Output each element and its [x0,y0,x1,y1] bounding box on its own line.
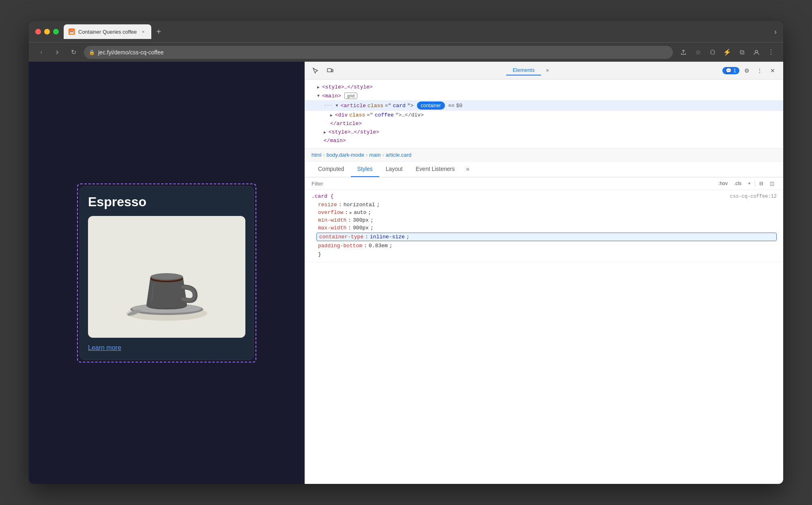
devtools-settings-button[interactable]: ⚙ [741,65,752,76]
refresh-button[interactable]: ↻ [68,47,79,58]
style-rule-card: .card { css-cq-coffee:12 resize : horizo… [305,190,783,263]
dom-line-close-article: </article> [305,119,783,128]
dom-line-style2[interactable]: ▶ <style>…</style> [305,128,783,136]
devtools-close-button[interactable]: ✕ [767,65,778,76]
breadcrumb-main[interactable]: main [369,152,380,158]
tab-more-button[interactable]: » [463,162,473,177]
tab-favicon: ☕ [69,28,75,35]
devtools-panel-tabs: Elements » [339,65,719,76]
lock-icon: 🔒 [89,50,95,55]
card-container-outline: Espresso [77,183,256,363]
card: Espresso [79,186,254,360]
style-selector: .card { [311,193,334,199]
traffic-lights [35,29,59,35]
dom-line-close-main: </main> [305,136,783,145]
style-property-padding-bottom: padding-bottom : 0.83em ; [311,242,777,250]
dom-tree: ▶ <style>…</style> ▼ <main> grid ··· ▼ <… [305,80,783,149]
container-badge: container [417,101,445,110]
panel-more-tabs[interactable]: » [543,65,552,76]
back-button[interactable] [35,47,47,58]
svg-point-0 [755,50,758,53]
expand-arrow-article[interactable]: ▼ [336,104,338,108]
main-content: Espresso [29,62,783,484]
browser-window: ☕ Container Queries coffee × + › ↻ 🔒 jec… [29,21,783,484]
profile-button[interactable] [751,47,762,58]
dom-line-style1[interactable]: ▶ <style>…</style> [305,83,783,91]
split-view-button[interactable]: ⧉ [736,47,748,58]
breadcrumb-body[interactable]: body.dark-mode [327,152,364,158]
expand-arrow-div[interactable]: ▶ [330,113,333,118]
active-tab[interactable]: ☕ Container Queries coffee × [64,24,151,39]
cls-filter-button[interactable]: .cls [732,180,744,187]
filter-separator [755,180,755,187]
tab-menu-button[interactable]: › [774,28,777,36]
style-property-max-width: max-width : 900px ; [311,224,777,232]
card-title: Espresso [88,194,245,209]
tab-close-button[interactable]: × [140,28,146,35]
new-tab-button[interactable]: + [153,26,164,37]
learn-more-link[interactable]: Learn more [88,344,121,351]
devtools-tabs-row: Computed Styles Layout Event Listeners » [305,162,783,177]
page-viewport: Espresso [29,62,305,484]
chat-icon: 💬 [726,68,732,73]
dom-line-main[interactable]: ▼ <main> grid [305,91,783,100]
overflow-expand-icon[interactable]: ▶ [350,210,352,215]
svg-rect-13 [332,69,333,72]
device-toggle-button[interactable] [324,65,336,76]
tab-event-listeners[interactable]: Event Listeners [409,162,462,177]
espresso-illustration [110,224,223,330]
title-bar: ☕ Container Queries coffee × + › [29,21,783,42]
url-text: jec.fyi/demo/css-cq-coffee [98,49,164,56]
performance-button[interactable]: ⚡ [722,47,733,58]
dom-line-article[interactable]: ··· ▼ <article class =" card "> containe… [305,100,783,111]
breadcrumb-article[interactable]: article.card [386,152,412,158]
devtools-panel: Elements » 💬 1 ⚙ ⋮ ✕ ▶ [305,62,783,484]
tab-bar: ☕ Container Queries coffee × + › [64,24,777,39]
share-button[interactable] [678,47,689,58]
computed-view-button[interactable]: ◫ [767,180,777,187]
nav-actions: ☆ ⚡ ⧉ ⋮ [678,47,777,58]
svg-rect-12 [327,69,331,72]
tab-title: Container Queries coffee [78,29,137,35]
force-state-button[interactable]: ⊟ [757,180,766,187]
expand-arrow-style2[interactable]: ▶ [324,130,326,135]
style-property-min-width: min-width : 300px ; [311,216,777,224]
tab-elements[interactable]: Elements [506,65,541,76]
style-closing-brace: } [311,250,777,259]
style-property-container-type: container-type : inline-size ; [316,233,777,241]
add-class-button[interactable]: + [745,180,753,187]
style-source[interactable]: css-cq-coffee:12 [730,194,777,199]
expand-arrow[interactable]: ▶ [317,85,320,90]
grid-badge: grid [344,93,357,99]
nav-bar: ↻ 🔒 jec.fyi/demo/css-cq-coffee ☆ ⚡ ⧉ ⋮ [29,42,783,62]
devtools-toolbar: Elements » 💬 1 ⚙ ⋮ ✕ [305,62,783,80]
minimize-button[interactable] [44,29,50,35]
style-rule-header: .card { css-cq-coffee:12 [311,193,777,199]
forward-button[interactable] [52,47,63,58]
styles-content: .card { css-cq-coffee:12 resize : horizo… [305,190,783,484]
close-button[interactable] [35,29,41,35]
tab-layout[interactable]: Layout [379,162,409,177]
expand-arrow-main[interactable]: ▼ [317,94,320,98]
tab-styles[interactable]: Styles [351,162,379,177]
style-property-resize: resize : horizontal ; [311,201,777,209]
devtools-toolbar-right: 💬 1 ⚙ ⋮ ✕ [722,65,778,76]
chrome-menu-button[interactable]: ⋮ [765,47,777,58]
coffee-image [88,216,245,338]
hov-filter-button[interactable]: :hov [716,180,730,187]
notification-badge[interactable]: 💬 1 [722,67,739,74]
devtools-more-button[interactable]: ⋮ [754,65,765,76]
bookmark-button[interactable]: ☆ [692,47,704,58]
breadcrumb-html[interactable]: html [311,152,322,158]
dom-line-div-coffee[interactable]: ▶ <div class =" coffee ">…</div> [305,111,783,119]
filter-actions: :hov .cls + ⊟ ◫ [716,180,777,187]
maximize-button[interactable] [53,29,59,35]
filter-input[interactable] [311,181,713,187]
tab-computed[interactable]: Computed [311,162,351,177]
address-bar[interactable]: 🔒 jec.fyi/demo/css-cq-coffee [84,46,673,59]
extensions-button[interactable] [707,47,718,58]
svg-point-11 [151,274,182,279]
filter-bar: :hov .cls + ⊟ ◫ [305,177,783,190]
element-picker-button[interactable] [310,65,321,76]
style-property-overflow: overflow : ▶ auto ; [311,209,777,216]
